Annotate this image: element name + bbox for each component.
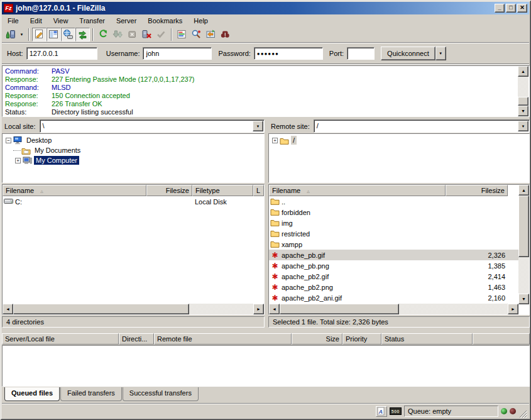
local-site-combobox[interactable]: \ ▼ xyxy=(40,119,265,133)
scrollbar-thumb[interactable] xyxy=(13,304,189,314)
toggle-transfer-queue-button[interactable] xyxy=(75,28,90,41)
disconnect-icon xyxy=(141,29,152,41)
port-input[interactable] xyxy=(347,47,375,60)
process-queue-button[interactable] xyxy=(111,28,125,41)
toolbar: ▼ xyxy=(2,27,529,43)
scroll-up-icon[interactable]: ▲ xyxy=(518,185,529,196)
scroll-down-icon[interactable]: ▼ xyxy=(518,294,529,304)
tree-item-my-documents[interactable]: My Documents xyxy=(4,145,263,155)
column-header-direction[interactable]: Directi... xyxy=(119,333,154,345)
maximize-button[interactable]: □ xyxy=(506,4,516,13)
remote-file-row[interactable]: forbidden xyxy=(269,207,529,218)
column-header-size[interactable]: Size xyxy=(292,333,342,345)
scroll-down-icon[interactable]: ▼ xyxy=(518,106,528,116)
menu-help[interactable]: Help xyxy=(188,15,214,26)
message-log[interactable]: Command:PASV Response:227 Entering Passi… xyxy=(2,65,530,117)
expand-icon[interactable]: + xyxy=(15,158,21,163)
menu-bar: File Edit View Transfer Server Bookmarks… xyxy=(2,14,529,27)
minimize-button[interactable]: _ xyxy=(495,4,505,13)
remote-file-row[interactable]: ✱apache_pb.png 1,385 xyxy=(269,260,529,271)
toggle-directory-trees-button[interactable] xyxy=(47,28,61,41)
column-header-filetype[interactable]: Filetype xyxy=(192,185,253,196)
menu-edit[interactable]: Edit xyxy=(25,15,48,26)
site-manager-button[interactable] xyxy=(3,28,18,41)
cancel-button[interactable] xyxy=(125,28,140,41)
column-header-status[interactable]: Status xyxy=(381,333,473,345)
remote-file-row[interactable]: img xyxy=(269,218,529,228)
remote-site-combobox[interactable]: / ▼ xyxy=(314,119,530,133)
password-input[interactable] xyxy=(254,47,323,60)
refresh-icon xyxy=(98,29,109,41)
filename-filters-button[interactable] xyxy=(175,28,189,41)
tree-item-desktop[interactable]: − Desktop xyxy=(4,135,263,145)
scroll-left-icon[interactable]: ◄ xyxy=(269,304,280,314)
remote-file-row[interactable]: xampp xyxy=(269,239,529,250)
synchronized-browsing-button[interactable] xyxy=(204,28,218,41)
local-disk-icon xyxy=(4,197,13,206)
site-manager-dropdown[interactable]: ▼ xyxy=(18,28,26,41)
remote-file-row[interactable]: ✱apache_pb2_ani.gif 2,160 xyxy=(269,292,529,303)
remote-file-row-selected[interactable]: ✱apache_pb.gif 2,326 xyxy=(269,250,529,260)
scrollbar-thumb[interactable] xyxy=(280,304,399,314)
local-file-row[interactable]: C: Local Disk xyxy=(3,196,264,207)
column-header-priority[interactable]: Priority xyxy=(342,333,381,345)
image-file-icon: ✱ xyxy=(270,284,280,291)
scroll-right-icon[interactable]: ► xyxy=(253,304,264,314)
menu-file[interactable]: File xyxy=(2,15,25,26)
remote-file-row[interactable]: ✱apache_pb2.png 1,463 xyxy=(269,282,529,292)
tree-item-root[interactable]: + / xyxy=(270,135,528,145)
tab-queued-files[interactable]: Queued files xyxy=(4,387,60,401)
folder-icon xyxy=(270,218,280,228)
find-files-button[interactable] xyxy=(218,28,233,41)
column-header-server-local-file[interactable]: Server/Local file xyxy=(2,333,119,345)
scroll-up-icon[interactable]: ▲ xyxy=(518,66,528,77)
menu-view[interactable]: View xyxy=(48,15,74,26)
scroll-left-icon[interactable]: ◄ xyxy=(3,304,13,314)
column-header-remote-file[interactable]: Remote file xyxy=(154,333,292,345)
menu-server[interactable]: Server xyxy=(111,15,142,26)
refresh-button[interactable] xyxy=(96,28,111,41)
ascii-data-type-icon[interactable]: A xyxy=(376,406,387,417)
local-horizontal-scrollbar[interactable]: ◄ ► xyxy=(3,304,264,314)
quickconnect-button[interactable]: Quickconnect xyxy=(381,47,435,60)
column-header-filename[interactable]: Filename▵ xyxy=(3,185,146,196)
remote-file-row[interactable]: .. xyxy=(269,196,529,207)
combo-dropdown-icon[interactable]: ▼ xyxy=(253,121,263,131)
directory-comparison-button[interactable] xyxy=(189,28,204,41)
toggle-message-log-button[interactable] xyxy=(32,28,47,41)
local-site-value: \ xyxy=(40,120,252,132)
scrollbar-thumb[interactable] xyxy=(518,97,528,106)
column-header-filesize[interactable]: Filesize xyxy=(446,185,508,196)
speed-limit-icon[interactable]: 500 xyxy=(390,407,402,415)
host-input[interactable] xyxy=(26,47,97,60)
remote-vertical-scrollbar[interactable]: ▲ ▼ xyxy=(518,185,529,304)
reconnect-button[interactable] xyxy=(154,28,168,41)
close-button[interactable]: ✕ xyxy=(517,4,527,13)
remote-horizontal-scrollbar[interactable]: ◄ ► xyxy=(269,304,518,314)
remote-file-row[interactable]: ✱apache_pb2.gif 2,414 xyxy=(269,271,529,282)
scrollbar-thumb[interactable] xyxy=(518,196,529,257)
resize-grip[interactable] xyxy=(518,409,527,418)
image-file-icon: ✱ xyxy=(270,294,280,302)
username-input[interactable] xyxy=(143,47,212,60)
title-bar[interactable]: Fz john@127.0.0.1 - FileZilla _ □ ✕ xyxy=(2,2,529,14)
transfer-queue-list[interactable] xyxy=(2,345,530,387)
menu-bookmarks[interactable]: Bookmarks xyxy=(142,15,188,26)
remote-site-value: / xyxy=(314,120,517,132)
combo-dropdown-icon[interactable]: ▼ xyxy=(518,121,528,131)
tab-failed-transfers[interactable]: Failed transfers xyxy=(60,387,122,401)
column-header-last-modified[interactable]: L xyxy=(253,185,264,196)
quickconnect-dropdown[interactable]: ▼ xyxy=(435,47,446,60)
column-header-filename[interactable]: Filename▵ xyxy=(269,185,446,196)
column-header-filesize[interactable]: Filesize xyxy=(146,185,192,196)
tab-successful-transfers[interactable]: Successful transfers xyxy=(123,387,199,401)
tree-item-my-computer[interactable]: + My Computer xyxy=(4,155,263,165)
collapse-icon[interactable]: − xyxy=(6,138,11,143)
expand-icon[interactable]: + xyxy=(272,138,278,143)
menu-transfer[interactable]: Transfer xyxy=(74,15,111,26)
remote-file-row[interactable]: restricted xyxy=(269,228,529,239)
log-scrollbar[interactable]: ▲ ▼ xyxy=(518,66,528,116)
disconnect-button[interactable] xyxy=(140,28,154,41)
scroll-right-icon[interactable]: ► xyxy=(508,304,518,314)
toggle-local-listing-button[interactable] xyxy=(61,28,75,41)
